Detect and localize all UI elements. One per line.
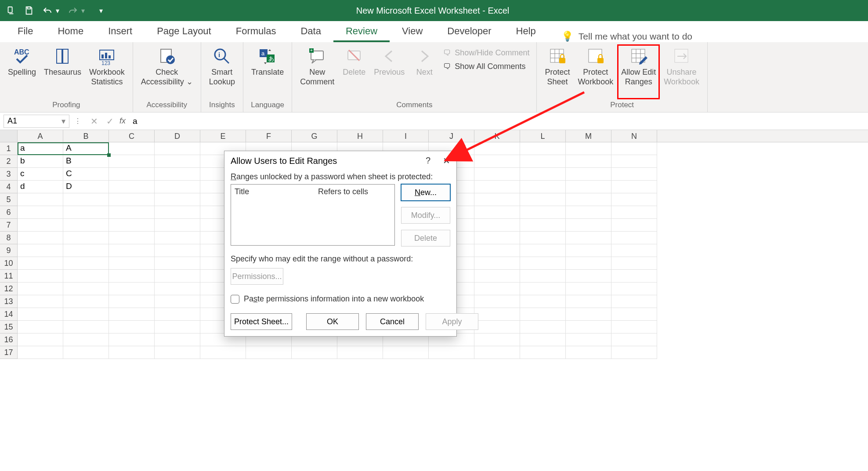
fx-icon[interactable]: fx — [119, 116, 126, 126]
cell[interactable] — [292, 346, 337, 359]
undo-icon[interactable] — [42, 5, 53, 16]
cell[interactable] — [566, 295, 611, 308]
row-header[interactable]: 3 — [0, 168, 18, 181]
tab-page-layout[interactable]: Page Layout — [145, 21, 224, 42]
qat-customize-icon[interactable]: ▾ — [96, 5, 106, 16]
cell[interactable] — [474, 232, 520, 244]
unshare-workbook-button[interactable]: UnshareWorkbook — [660, 45, 703, 99]
ranges-listbox[interactable]: Title Refers to cells — [231, 184, 395, 246]
check-accessibility-button[interactable]: CheckAccessibility ⌄ — [137, 45, 196, 99]
col-header[interactable]: F — [246, 130, 292, 142]
tell-me[interactable]: 💡 Tell me what you want to do — [561, 31, 692, 42]
cell[interactable] — [520, 283, 566, 295]
workbook-statistics-button[interactable]: 123 WorkbookStatistics — [86, 45, 128, 99]
cell[interactable] — [474, 219, 520, 232]
chevron-down-icon[interactable]: ▾ — [61, 116, 65, 126]
cell[interactable] — [63, 346, 109, 359]
cell[interactable] — [611, 321, 657, 333]
cell[interactable] — [611, 142, 657, 155]
cell[interactable] — [109, 193, 155, 206]
cell[interactable] — [520, 142, 566, 155]
cell[interactable] — [109, 283, 155, 295]
cell[interactable] — [63, 333, 109, 346]
cell[interactable] — [474, 283, 520, 295]
cell[interactable] — [18, 193, 63, 206]
cell[interactable] — [611, 308, 657, 321]
permissions-button[interactable]: Permissions... — [231, 268, 283, 285]
cell[interactable] — [109, 333, 155, 346]
cell[interactable] — [566, 168, 611, 181]
col-header[interactable]: G — [292, 130, 337, 142]
cell[interactable]: c — [18, 168, 63, 181]
cell[interactable] — [155, 232, 200, 244]
cell[interactable] — [566, 283, 611, 295]
row-header[interactable]: 16 — [0, 333, 18, 346]
cell[interactable] — [520, 308, 566, 321]
cell[interactable] — [155, 283, 200, 295]
cell[interactable] — [611, 206, 657, 219]
cell[interactable] — [566, 346, 611, 359]
close-icon[interactable]: ✕ — [443, 156, 450, 166]
col-header[interactable]: I — [383, 130, 429, 142]
cell[interactable] — [566, 308, 611, 321]
cell[interactable] — [474, 346, 520, 359]
cell[interactable] — [611, 232, 657, 244]
cell[interactable] — [109, 308, 155, 321]
new-comment-button[interactable]: + NewComment — [297, 45, 338, 99]
cell[interactable] — [63, 193, 109, 206]
cell[interactable] — [611, 283, 657, 295]
cell[interactable] — [474, 244, 520, 257]
cell[interactable] — [63, 295, 109, 308]
delete-range-button[interactable]: Delete — [401, 230, 450, 246]
cell[interactable] — [18, 232, 63, 244]
cell[interactable] — [566, 181, 611, 193]
save-icon[interactable] — [24, 5, 34, 16]
cell[interactable] — [155, 308, 200, 321]
cell[interactable] — [520, 270, 566, 283]
cell[interactable] — [566, 206, 611, 219]
row-header[interactable]: 17 — [0, 346, 18, 359]
cell[interactable] — [18, 257, 63, 270]
cell[interactable] — [109, 181, 155, 193]
cell[interactable] — [566, 321, 611, 333]
row-header[interactable]: 13 — [0, 295, 18, 308]
cell[interactable] — [566, 219, 611, 232]
spelling-button[interactable]: ABC Spelling — [4, 45, 40, 99]
cell[interactable] — [611, 168, 657, 181]
cell[interactable] — [474, 193, 520, 206]
cell[interactable]: d — [18, 181, 63, 193]
cell[interactable] — [566, 142, 611, 155]
cell[interactable] — [520, 346, 566, 359]
tab-home[interactable]: Home — [45, 21, 96, 42]
row-header[interactable]: 5 — [0, 193, 18, 206]
cell[interactable] — [520, 155, 566, 168]
modify-range-button[interactable]: Modify... — [401, 207, 450, 224]
cell[interactable] — [63, 321, 109, 333]
cell[interactable] — [520, 219, 566, 232]
row-header[interactable]: 1 — [0, 142, 18, 155]
cell[interactable] — [566, 270, 611, 283]
tab-review[interactable]: Review — [333, 21, 390, 42]
cell[interactable] — [611, 219, 657, 232]
redo-dropdown-icon[interactable]: ▾ — [81, 5, 85, 16]
cell[interactable] — [18, 244, 63, 257]
apply-button[interactable]: Apply — [426, 313, 478, 330]
cell[interactable] — [18, 346, 63, 359]
row-header[interactable]: 9 — [0, 244, 18, 257]
cell[interactable]: A — [63, 142, 109, 155]
cell[interactable] — [63, 270, 109, 283]
cell[interactable] — [611, 193, 657, 206]
next-comment-button[interactable]: Next — [409, 45, 440, 99]
cell[interactable] — [520, 168, 566, 181]
cell[interactable] — [63, 283, 109, 295]
cell[interactable] — [474, 168, 520, 181]
enter-formula-icon[interactable]: ✓ — [102, 116, 118, 127]
cell[interactable] — [18, 308, 63, 321]
cell[interactable] — [200, 346, 246, 359]
ok-button[interactable]: OK — [306, 313, 359, 330]
cell[interactable] — [566, 257, 611, 270]
cell[interactable] — [18, 333, 63, 346]
col-header[interactable]: J — [429, 130, 474, 142]
cell[interactable]: B — [63, 155, 109, 168]
row-header[interactable]: 11 — [0, 270, 18, 283]
